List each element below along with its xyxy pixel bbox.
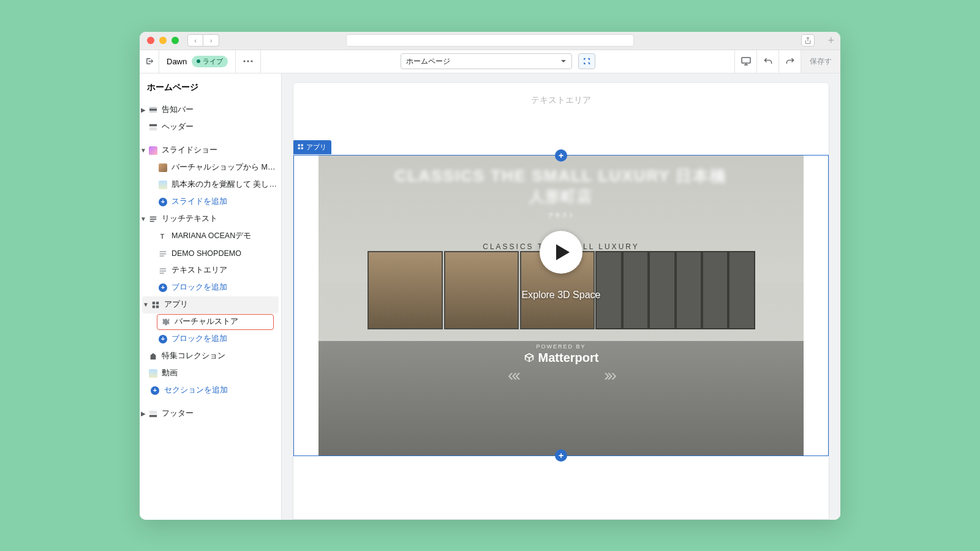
inspector-icon bbox=[582, 57, 591, 66]
sidebar-block-label: バーチャルストア bbox=[175, 317, 273, 327]
page-selector-label: ホームページ bbox=[406, 56, 450, 67]
sidebar-block-virtualstore[interactable]: バーチャルストア bbox=[140, 313, 281, 331]
add-slide-button[interactable]: + スライドを追加 bbox=[140, 193, 281, 211]
preview-frame[interactable]: テキストエリア アプリ + CLASSICS THE SMALL LUXURY bbox=[293, 82, 829, 520]
apps-icon bbox=[151, 300, 160, 310]
sidebar-block-label: MARIANA OCEANデモ bbox=[172, 231, 277, 241]
viewport-desktop-button[interactable] bbox=[734, 50, 756, 73]
svg-rect-17 bbox=[160, 271, 167, 271]
svg-rect-22 bbox=[156, 305, 159, 307]
sidebar-block-rt2[interactable]: DEMO SHOPDEMO bbox=[140, 245, 281, 262]
sidebar-item-video[interactable]: ▶ 動画 bbox=[140, 365, 281, 382]
browser-window: ‹ › + Dawn ライブ ホームページ bbox=[140, 32, 840, 520]
canvas: テキストエリア アプリ + CLASSICS THE SMALL LUXURY bbox=[282, 73, 840, 520]
share-button[interactable] bbox=[801, 34, 815, 47]
exit-editor-button[interactable] bbox=[140, 50, 159, 73]
sidebar-item-label: 動画 bbox=[162, 368, 277, 378]
add-icon: + bbox=[158, 334, 168, 344]
add-tab-button[interactable]: + bbox=[827, 34, 834, 47]
sidebar-title: ホームページ bbox=[140, 73, 281, 102]
sidebar-item-label: 告知バー bbox=[162, 105, 277, 115]
sidebar-item-label: リッチテキスト bbox=[162, 214, 277, 224]
play-button[interactable] bbox=[540, 231, 582, 274]
sidebar-block-rt3[interactable]: テキストエリア bbox=[140, 262, 281, 279]
text-icon bbox=[158, 249, 168, 258]
theme-name: Dawn bbox=[167, 57, 187, 66]
url-bar[interactable] bbox=[346, 34, 634, 47]
sidebar-item-announcement[interactable]: ▶ 告知バー bbox=[140, 102, 281, 119]
main: ホームページ ▶ 告知バー ▶ ヘッダー ▼ スライドショー バーチャルショップ… bbox=[140, 73, 840, 520]
sidebar-block-label: バーチャルショップから MARI… bbox=[172, 162, 277, 173]
undo-icon bbox=[763, 56, 773, 66]
exit-icon bbox=[145, 57, 154, 66]
caret-down-icon: ▼ bbox=[140, 147, 147, 154]
sidebar-block-slide2[interactable]: 肌本来の力を覚醒して 美しさ… bbox=[140, 176, 281, 193]
more-button[interactable] bbox=[236, 50, 261, 73]
svg-rect-19 bbox=[153, 301, 155, 304]
dots-icon bbox=[243, 60, 253, 62]
svg-rect-9 bbox=[150, 216, 157, 217]
text-icon bbox=[158, 266, 168, 276]
svg-rect-28 bbox=[301, 148, 303, 149]
svg-rect-20 bbox=[156, 301, 159, 304]
text-section-icon bbox=[148, 214, 158, 224]
add-before-button[interactable]: + bbox=[555, 149, 567, 162]
app-topbar: Dawn ライブ ホームページ 保存す bbox=[140, 50, 840, 73]
save-button[interactable]: 保存す bbox=[801, 50, 840, 73]
sidebar-item-label: フッター bbox=[162, 408, 277, 419]
sidebar-item-header[interactable]: ▶ ヘッダー bbox=[140, 119, 281, 136]
sidebar-block-label: 肌本来の力を覚醒して 美しさ… bbox=[172, 179, 277, 190]
text-area-placeholder: テキストエリア bbox=[293, 83, 829, 155]
add-icon: + bbox=[158, 197, 168, 207]
sidebar-block-slide1[interactable]: バーチャルショップから MARI… bbox=[140, 159, 281, 176]
svg-rect-7 bbox=[149, 124, 157, 126]
sidebar-item-label: 特集コレクション bbox=[162, 351, 277, 361]
image-icon bbox=[158, 163, 168, 173]
puzzle-icon bbox=[161, 317, 171, 327]
footer-icon bbox=[148, 409, 158, 419]
svg-rect-21 bbox=[153, 305, 155, 307]
sidebar-block-rt1[interactable]: T MARIANA OCEANデモ bbox=[140, 228, 281, 245]
redo-icon bbox=[785, 56, 795, 66]
sidebar-item-slideshow[interactable]: ▼ スライドショー bbox=[140, 142, 281, 159]
add-section-button[interactable]: + セクションを追加 bbox=[140, 382, 281, 399]
traffic-lights bbox=[140, 37, 179, 44]
sidebar-item-richtext[interactable]: ▼ リッチテキスト bbox=[140, 211, 281, 228]
minimize-icon[interactable] bbox=[159, 37, 167, 44]
status-badge: ライブ bbox=[192, 56, 228, 67]
page-selector[interactable]: ホームページ bbox=[401, 53, 572, 69]
announcement-icon bbox=[148, 105, 158, 115]
svg-rect-3 bbox=[742, 58, 750, 63]
caret-right-icon: ▶ bbox=[140, 410, 147, 417]
section-tag[interactable]: アプリ bbox=[293, 140, 331, 154]
svg-point-0 bbox=[244, 60, 246, 62]
apps-icon bbox=[298, 144, 304, 150]
svg-rect-14 bbox=[160, 253, 167, 254]
add-after-button[interactable]: + bbox=[555, 449, 567, 462]
matterport-embed[interactable]: CLASSICS THE SMALL LUXURY «‹›» CLASSICS … bbox=[294, 156, 828, 455]
maximize-icon[interactable] bbox=[172, 37, 179, 44]
inspector-button[interactable] bbox=[578, 53, 595, 69]
add-block-button-richtext[interactable]: + ブロックを追加 bbox=[140, 279, 281, 296]
svg-rect-16 bbox=[160, 268, 167, 269]
svg-rect-15 bbox=[160, 255, 164, 256]
header-icon bbox=[148, 122, 158, 132]
close-icon[interactable] bbox=[147, 37, 154, 44]
share-icon bbox=[804, 37, 812, 44]
sidebar-item-footer[interactable]: ▶ フッター bbox=[140, 405, 281, 422]
app-section[interactable]: + CLASSICS THE SMALL LUXURY «‹›» bbox=[293, 155, 829, 456]
page-selector-group: ホームページ bbox=[401, 53, 595, 69]
desktop-icon bbox=[741, 57, 751, 66]
sidebar-item-featured[interactable]: ▶ 特集コレクション bbox=[140, 348, 281, 365]
nav-buttons: ‹ › bbox=[187, 34, 219, 47]
back-button[interactable]: ‹ bbox=[187, 34, 203, 47]
forward-button[interactable]: › bbox=[203, 34, 219, 47]
video-icon bbox=[148, 369, 158, 378]
add-block-button-apps[interactable]: + ブロックを追加 bbox=[140, 331, 281, 348]
redo-button[interactable] bbox=[778, 50, 801, 73]
collection-icon bbox=[148, 351, 158, 361]
add-label: スライドを追加 bbox=[172, 197, 277, 207]
sidebar-item-apps[interactable]: ▼ アプリ bbox=[142, 296, 279, 313]
undo-button[interactable] bbox=[756, 50, 778, 73]
svg-rect-23 bbox=[149, 410, 157, 413]
